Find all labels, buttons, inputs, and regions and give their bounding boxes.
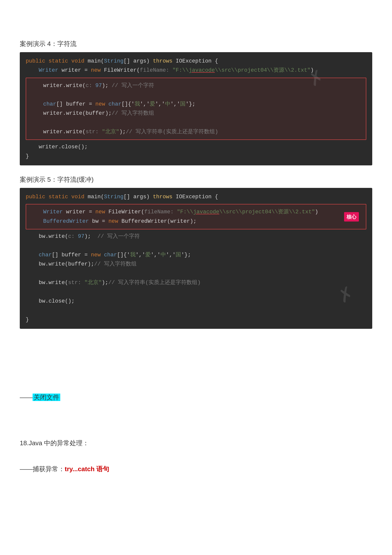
s5-body-4: bw.write(buffer);// 写入字符数组 <box>26 260 366 269</box>
section4-title: 案例演示 4：字符流 <box>20 40 372 48</box>
catch-highlight: try...catch 语句 <box>65 465 109 473</box>
s5-body-7 <box>26 287 366 296</box>
s5-body-6: bw.write(str: "北京");// 写入字符串(实质上还是字符数组) <box>26 278 366 287</box>
close-file-annotation: ——关闭文件 <box>20 393 372 402</box>
s5-body-9 <box>26 306 366 315</box>
s5-body-2 <box>26 241 366 250</box>
section5-code-block: ✗ ✗ public static void main(String[] arg… <box>20 188 372 329</box>
hl-line-6: writer.write(str: "北京");// 写入字符串(实质上还是字符… <box>30 127 362 136</box>
hl-line-4: writer.write(buffer);// 写入字符数组 <box>30 109 362 118</box>
core-badge: 核心 <box>344 212 359 222</box>
code-line-1: public static void main(String[] args) t… <box>26 57 366 66</box>
catch-annotation: ——捕获异常：try...catch 语句 <box>20 465 372 473</box>
hl-line-2 <box>30 90 362 99</box>
dash-2: —— <box>20 465 33 473</box>
s5-hl-line-1: Writer writer = new FileWriter(fileName:… <box>30 207 362 217</box>
section4-highlighted-box: writer.write(c: 97); // 写入一个字符 char[] bu… <box>26 78 366 140</box>
dash-1: —— <box>20 394 33 401</box>
hl-line-3: char[] buffer = new char[]{'我','爱','中','… <box>30 100 362 109</box>
s5-body-3: char[] buffer = new char[]{'我','爱','中','… <box>26 250 366 260</box>
s5-body-1: bw.write(c: 97); // 写入一个字符 <box>26 232 366 241</box>
catch-plain: 捕获异常： <box>33 465 65 473</box>
section5-box-wrapper: Writer writer = new FileWriter(fileName:… <box>26 204 366 229</box>
hl-line-1: writer.write(c: 97); // 写入一个字符 <box>30 81 362 90</box>
section5-highlighted-box: Writer writer = new FileWriter(fileName:… <box>26 204 366 229</box>
s5-body-10: } <box>26 315 366 324</box>
code-line-after-1: writer.close(); <box>26 142 366 152</box>
code-line-2: Writer writer = new FileWriter(fileName:… <box>26 66 366 75</box>
section4-code-block: ✗ public static void main(String[] args)… <box>20 52 372 165</box>
s5-body-5 <box>26 269 366 278</box>
code-line-after-2: } <box>26 152 366 161</box>
s5-hl-line-2: BufferedWriter bw = new BufferedWriter(w… <box>30 217 362 226</box>
section5-title: 案例演示 5：字符流(缓冲) <box>20 175 372 184</box>
close-file-highlight: 关闭文件 <box>33 394 60 401</box>
section18-text: 18.Java 中的异常处理： <box>20 439 372 447</box>
s5-code-line-1: public static void main(String[] args) t… <box>26 192 366 201</box>
hl-line-5 <box>30 118 362 127</box>
s5-body-8: bw.close(); <box>26 297 366 306</box>
